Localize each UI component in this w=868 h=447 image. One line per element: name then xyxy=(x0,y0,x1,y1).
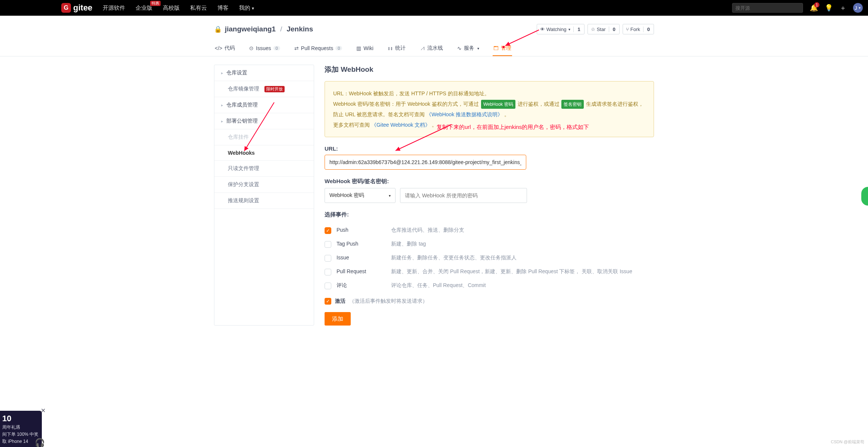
tab-service-label: 服务 xyxy=(464,45,474,52)
url-label: URL: xyxy=(325,145,654,152)
activate-hint: （激活后事件触发时将发送请求） xyxy=(349,298,428,305)
nav-mine-label: 我的 xyxy=(239,4,250,11)
repo-owner[interactable]: jiangweiqiang1 xyxy=(225,25,276,33)
submit-button[interactable]: 添加 xyxy=(325,312,351,326)
link-data-format[interactable]: 《WebHook 推送数据格式说明》 xyxy=(426,111,503,117)
event-name: Pull Request xyxy=(337,268,386,274)
fork-button[interactable]: ⑂Fork 0 xyxy=(623,24,654,34)
event-row: Pull Request新建、更新、合并、关闭 Pull Request，新建、… xyxy=(325,265,654,279)
event-row: Issue新建任务、删除任务、变更任务状态、更改任务指派人 xyxy=(325,251,654,265)
nav-enterprise-tag: 特惠 xyxy=(150,1,161,6)
pwd-label: WebHook 密码/签名密钥: xyxy=(325,178,654,185)
tab-pr-label: Pull Requests xyxy=(301,45,333,51)
pwd-input[interactable] xyxy=(400,188,527,203)
topbar: G gitee 开源软件 企业版 特惠 高校版 私有云 博客 我的▼ 🔔1 💡 … xyxy=(0,0,868,16)
chevron-down-icon: ▾ xyxy=(389,194,391,198)
brand[interactable]: G gitee xyxy=(61,3,92,13)
event-row: Tag Push新建、删除 tag xyxy=(325,237,654,251)
star-count: 0 xyxy=(609,27,619,32)
bulb-icon[interactable]: 💡 xyxy=(825,4,833,12)
tab-pipeline[interactable]: ⩘流水线 xyxy=(419,41,444,56)
sidebar-pushrule-label: 推送规则设置 xyxy=(228,197,259,204)
sidebar-item-protect[interactable]: 保护分支设置 xyxy=(214,177,314,193)
chevron-down-icon: ▾ xyxy=(568,27,570,31)
search-box[interactable] xyxy=(732,3,803,13)
event-checkbox[interactable]: ✓ xyxy=(325,227,331,234)
activate-label: 激活 xyxy=(335,298,345,305)
sidebar-item-pushrule[interactable]: 推送规则设置 xyxy=(214,193,314,209)
lock-icon: 🔒 xyxy=(214,25,222,33)
event-name: Issue xyxy=(337,255,386,261)
sidebar-item-settings[interactable]: ▸仓库设置 xyxy=(214,65,314,81)
sidebar-item-webhooks[interactable]: WebHooks xyxy=(214,145,314,161)
watch-count: 1 xyxy=(573,27,584,32)
nav-opensource[interactable]: 开源软件 xyxy=(103,4,125,12)
brand-icon: G xyxy=(61,3,71,13)
sidebar-mirror-label: 仓库镜像管理 xyxy=(228,86,259,92)
sidebar-item-deploykey[interactable]: ▸部署公钥管理 xyxy=(214,113,314,129)
repo-name[interactable]: Jenkins xyxy=(286,25,313,33)
notice-line1: URL：WebHook 被触发后，发送 HTTP / HTTPS 的目标通知地址… xyxy=(333,88,645,99)
star-button[interactable]: ☆Star 0 xyxy=(588,24,620,34)
tab-pr[interactable]: ⇄Pull Requests0 xyxy=(294,41,343,56)
sidebar-item-plugins[interactable]: 仓库挂件 xyxy=(214,129,314,145)
stats-icon: ⫾⫾ xyxy=(388,45,393,51)
tab-manage[interactable]: 🗔管理 xyxy=(493,41,512,56)
plus-icon[interactable]: ＋ xyxy=(840,3,846,12)
chip-webhook-pwd: WebHook 密码 xyxy=(481,100,515,109)
sidebar-readonly-label: 只读文件管理 xyxy=(228,165,259,172)
event-name: 评论 xyxy=(337,282,386,289)
activate-checkbox[interactable]: ✓ xyxy=(325,298,331,305)
code-icon: </> xyxy=(215,45,222,51)
sidebar-item-mirror[interactable]: 仓库镜像管理限时开放 xyxy=(214,81,314,97)
tab-issues[interactable]: ⊙Issues0 xyxy=(248,41,281,56)
activate-row: ✓ 激活 （激活后事件触发时将发送请求） xyxy=(325,298,654,305)
chevron-down-icon: ▼ xyxy=(858,6,861,10)
sidebar-item-readonly[interactable]: 只读文件管理 xyxy=(214,161,314,177)
nav-blog[interactable]: 博客 xyxy=(217,4,229,12)
event-name: Push xyxy=(337,227,386,233)
event-checkbox[interactable] xyxy=(325,255,331,262)
watch-label: Watching xyxy=(546,27,567,32)
url-value: http://admin:62a339b6737b4@124.221.26.14… xyxy=(329,159,521,165)
watch-button[interactable]: 👁Watching▾ 1 xyxy=(537,24,585,34)
event-checkbox[interactable] xyxy=(325,269,331,275)
tab-stats[interactable]: ⫾⫾统计 xyxy=(387,41,406,56)
tab-wiki[interactable]: ▥Wiki xyxy=(356,41,374,56)
nav-mine[interactable]: 我的▼ xyxy=(239,4,255,12)
pr-count: 0 xyxy=(335,46,342,50)
avatar[interactable]: J▼ xyxy=(853,3,863,13)
nav-private[interactable]: 私有云 xyxy=(190,4,207,12)
issue-icon: ⊙ xyxy=(249,45,254,51)
event-desc: 评论仓库、任务、Pull Request、Commit xyxy=(391,282,486,289)
help-bubble[interactable] xyxy=(861,187,868,206)
notif-badge: 1 xyxy=(814,2,819,7)
event-checkbox[interactable] xyxy=(325,241,331,248)
event-desc: 新建任务、删除任务、变更任务状态、更改任务指派人 xyxy=(391,255,517,261)
sidebar-item-members[interactable]: ▸仓库成员管理 xyxy=(214,97,314,113)
main: 添加 WebHook URL：WebHook 被触发后，发送 HTTP / HT… xyxy=(325,65,654,326)
nav-edu[interactable]: 高校版 xyxy=(163,4,180,12)
pwd-type-select[interactable]: WebHook 密码 ▾ xyxy=(325,188,396,203)
tab-service[interactable]: ∿服务▾ xyxy=(456,41,480,56)
fork-count: 0 xyxy=(643,27,654,32)
tab-code[interactable]: </>代码 xyxy=(214,41,236,56)
wiki-icon: ▥ xyxy=(356,45,361,51)
tab-code-label: 代码 xyxy=(224,45,235,52)
events-label: 选择事件: xyxy=(325,211,654,218)
issues-count: 0 xyxy=(273,46,280,50)
event-checkbox[interactable] xyxy=(325,283,331,289)
event-desc: 新建、删除 tag xyxy=(391,241,426,247)
tab-wiki-label: Wiki xyxy=(363,45,373,51)
sidebar-plugins-label: 仓库挂件 xyxy=(228,134,249,141)
annotation-text-1: 复制下来的url，在前面加上jenkins的用户名，密码，格式如下 xyxy=(437,124,589,131)
url-input[interactable]: http://admin:62a339b6737b4@124.221.26.14… xyxy=(325,155,526,170)
sidebar: ▸仓库设置 仓库镜像管理限时开放 ▸仓库成员管理 ▸部署公钥管理 仓库挂件 We… xyxy=(214,65,314,326)
nav-enterprise[interactable]: 企业版 特惠 xyxy=(136,4,152,12)
star-icon: ☆ xyxy=(591,27,595,32)
search-input[interactable] xyxy=(735,5,800,11)
link-webhook-doc[interactable]: 《Gitee WebHook 文档》 xyxy=(371,122,430,128)
bell-icon[interactable]: 🔔1 xyxy=(810,4,818,12)
repo-title: 🔒 jiangweiqiang1 / Jenkins xyxy=(214,25,313,33)
events-list: ✓Push仓库推送代码、推送、删除分支Tag Push新建、删除 tagIssu… xyxy=(325,223,654,293)
